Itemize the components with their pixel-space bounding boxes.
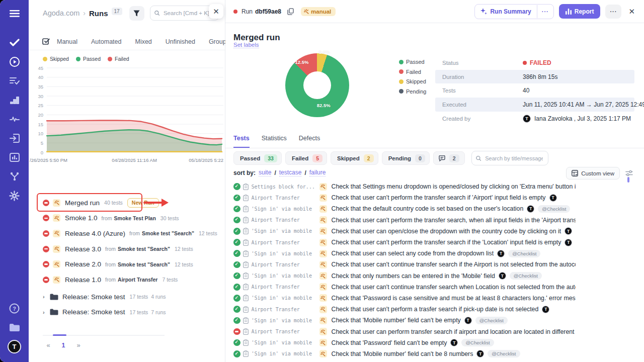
list-scrollbar-thumb[interactable] bbox=[627, 177, 629, 183]
run-status-icon bbox=[43, 200, 49, 206]
defects-icon[interactable] bbox=[6, 111, 23, 128]
runs-history-chart: Skipped Passed Failed 051015202530354045… bbox=[29, 51, 224, 179]
set-labels-link[interactable]: Set labels bbox=[233, 42, 259, 48]
run-status-icon bbox=[43, 246, 49, 252]
requirements-icon[interactable] bbox=[6, 130, 23, 147]
status-filter-chip[interactable]: Pending 0 bbox=[382, 151, 430, 165]
milestones-icon[interactable] bbox=[6, 92, 23, 109]
status-filter-chip[interactable]: Failed 5 bbox=[285, 151, 327, 165]
table-view-icon bbox=[572, 170, 578, 176]
pagination-page-1[interactable]: 1 bbox=[56, 342, 71, 349]
filter-button[interactable] bbox=[129, 6, 144, 21]
test-case-clipboard-icon bbox=[243, 328, 249, 335]
projects-folder-icon[interactable] bbox=[6, 319, 23, 336]
run-summary-button[interactable]: Run Summary bbox=[475, 5, 536, 19]
custom-view-button[interactable]: Custom view bbox=[566, 167, 620, 179]
test-row[interactable]: Airport Transfer Check that user can't c… bbox=[233, 259, 576, 270]
donut-label-skipped: 5.0% bbox=[319, 49, 330, 55]
runs-list-panel: Agoda.com › Runs 17 ✕ Manual Automate bbox=[29, 0, 225, 362]
test-row[interactable]: Airport Transfer Check that user can't p… bbox=[233, 237, 576, 248]
sort-option-link[interactable]: suite bbox=[259, 169, 271, 176]
comments-filter-chip[interactable]: 2 bbox=[433, 151, 465, 165]
select-runs-icon[interactable] bbox=[42, 37, 50, 46]
pagination-prev[interactable]: « bbox=[41, 341, 56, 349]
breadcrumb-separator: › bbox=[83, 9, 86, 17]
manual-run-icon bbox=[53, 230, 60, 237]
chevron-right-icon[interactable]: › bbox=[43, 294, 50, 300]
integrations-icon[interactable] bbox=[6, 168, 23, 185]
more-options-button[interactable]: ··· bbox=[605, 5, 621, 19]
runs-tab[interactable]: Mixed bbox=[135, 38, 151, 45]
run-detail-tab[interactable]: Defects bbox=[299, 135, 320, 148]
run-detail-tab[interactable]: Statistics bbox=[262, 135, 287, 148]
run-summary-more-button[interactable]: ··· bbox=[537, 5, 553, 18]
run-list-item[interactable]: Smoke 1.0 from Smoke Test Plan 30 tests bbox=[43, 211, 221, 226]
run-id: dbf59ae8 bbox=[255, 8, 281, 15]
breadcrumb-section[interactable]: Runs bbox=[89, 9, 108, 18]
test-row[interactable]: Airport Transfer Check that user can per… bbox=[233, 326, 576, 337]
runs-tab[interactable]: Automated bbox=[91, 38, 121, 45]
close-panel-button[interactable]: ✕ bbox=[209, 4, 223, 19]
test-status-icon bbox=[233, 350, 240, 357]
test-runs-icon[interactable] bbox=[6, 53, 23, 70]
runs-tab[interactable]: Unfinished bbox=[166, 38, 195, 45]
test-row[interactable]: 'Sign in' via mobile Check that 'Mobile … bbox=[233, 348, 576, 359]
test-row[interactable]: Airport Transfer Check that user can't p… bbox=[233, 215, 576, 226]
manual-test-icon bbox=[319, 216, 327, 224]
run-group-item[interactable]: › Release: Smoke test 17 tests 7 runs bbox=[43, 305, 221, 320]
test-row[interactable]: Airport Transfer Check that user can't p… bbox=[233, 304, 576, 315]
test-case-clipboard-icon bbox=[243, 228, 249, 234]
run-list-item[interactable]: Merged run 40 tests New Run bbox=[43, 195, 221, 211]
test-status-icon bbox=[233, 339, 240, 346]
pagination-thumb[interactable] bbox=[53, 334, 66, 336]
run-status-icon bbox=[43, 230, 49, 237]
test-row[interactable]: 'Sign in' via mobile Check that 'Passwor… bbox=[233, 337, 576, 348]
assignee-avatar: T bbox=[542, 306, 549, 313]
test-row[interactable]: 'Sign in' via mobile Check that the defa… bbox=[233, 203, 576, 214]
run-list-item[interactable]: Release 1.0 from Airport Transfer 7 test… bbox=[43, 272, 221, 288]
shared-steps-icon[interactable] bbox=[6, 72, 23, 89]
breadcrumb-project[interactable]: Agoda.com bbox=[43, 9, 79, 17]
test-row[interactable]: Airport Transfer Check that user can't c… bbox=[233, 282, 576, 293]
run-group-item[interactable]: › Release: Smoke test 17 tests 4 runs bbox=[43, 289, 221, 305]
chart-legend-item: Skipped bbox=[43, 56, 69, 62]
help-icon[interactable]: ? bbox=[6, 300, 23, 317]
test-row[interactable]: 'Sign in' via mobile Check that 'Mobile … bbox=[233, 315, 576, 326]
reports-icon[interactable] bbox=[6, 149, 23, 166]
tests-search[interactable] bbox=[471, 151, 548, 165]
test-cases-icon[interactable] bbox=[6, 34, 23, 51]
run-list-item[interactable]: Release 3.0 from Smoke test "Search" 12 … bbox=[43, 241, 221, 257]
report-button[interactable]: Report bbox=[559, 4, 601, 19]
hamburger-menu-icon[interactable] bbox=[6, 5, 23, 22]
test-row[interactable]: 'Sign in' via mobile Check that user can… bbox=[233, 226, 576, 237]
run-list-item[interactable]: Release 4.0 (Azure) from Smoke test "Sea… bbox=[43, 226, 221, 241]
svg-text:20: 20 bbox=[38, 112, 43, 118]
sort-option-link[interactable]: failure bbox=[309, 169, 326, 176]
pagination-next[interactable]: » bbox=[71, 341, 86, 349]
test-status-icon bbox=[233, 195, 240, 202]
test-row[interactable]: Airport Transfer Check that user can't p… bbox=[233, 192, 576, 203]
tag-badge: @Checklist bbox=[508, 250, 540, 257]
runs-count-badge: 17 bbox=[112, 8, 122, 15]
test-row[interactable]: Settings block for... Check that Setting… bbox=[233, 181, 576, 192]
run-list-item[interactable]: Release 2.0 from Smoke test "Search" 12 … bbox=[43, 256, 221, 272]
status-filter-chip[interactable]: Skipped 2 bbox=[331, 151, 378, 165]
copy-run-id-button[interactable] bbox=[287, 8, 294, 15]
test-row[interactable]: 'Sign in' via mobile Check that only num… bbox=[233, 270, 576, 282]
runs-tab[interactable]: Manual bbox=[57, 38, 77, 45]
run-detail-tab[interactable]: Tests bbox=[233, 135, 250, 148]
tests-search-input[interactable] bbox=[484, 155, 544, 162]
manual-test-icon bbox=[319, 339, 327, 346]
close-run-detail-button[interactable]: ✕ bbox=[628, 7, 635, 16]
test-row[interactable]: 'Sign in' via mobile Check that 'Passwor… bbox=[233, 293, 576, 304]
folder-icon bbox=[50, 294, 58, 300]
chevron-right-icon[interactable]: › bbox=[43, 309, 50, 315]
status-filter-chip[interactable]: Passed 33 bbox=[233, 151, 282, 165]
test-row[interactable]: 'Sign in' via mobile Check that user can… bbox=[233, 248, 576, 259]
runs-search-input[interactable] bbox=[163, 10, 214, 17]
user-avatar[interactable]: T bbox=[6, 338, 23, 355]
sort-option-link[interactable]: testcase bbox=[279, 169, 302, 176]
settings-gear-icon[interactable] bbox=[6, 187, 23, 204]
pagination: « 1 » bbox=[41, 341, 86, 349]
svg-text:45: 45 bbox=[38, 65, 43, 71]
